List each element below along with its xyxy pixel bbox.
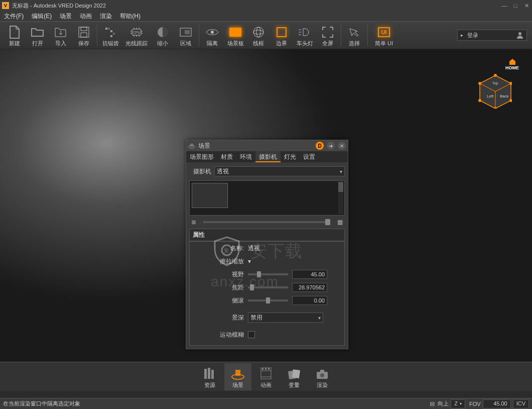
view-cube[interactable]: HOME Left Back Top — [474, 58, 519, 109]
svg-rect-34 — [208, 368, 210, 379]
tool-raytrace[interactable]: CPU 光线跟踪 — [122, 22, 151, 49]
login-box[interactable]: ▸ 登录 — [457, 30, 527, 41]
menu-help[interactable]: 帮助(H) — [116, 11, 145, 21]
status-fov-value[interactable]: 45.00 — [483, 399, 511, 408]
svg-rect-43 — [268, 368, 270, 370]
tool-select-label: 选择 — [349, 40, 360, 47]
tab-camera[interactable]: 摄影机 — [255, 151, 281, 162]
btab-scene[interactable]: 场景 — [224, 363, 251, 390]
panel-popout-icon[interactable]: ➜ — [327, 142, 335, 150]
menu-animation[interactable]: 动画 — [76, 11, 96, 21]
focal-slider[interactable] — [248, 286, 288, 288]
name-value: 透视 — [248, 244, 260, 253]
tool-select[interactable]: 选择 — [343, 22, 366, 49]
maximize-icon[interactable]: □ — [510, 1, 521, 10]
tool-fullscreen-label: 全屏 — [322, 40, 333, 47]
viewcube-cube-icon[interactable]: Left Back Top — [476, 72, 512, 109]
tool-fullscreen[interactable]: 全屏 — [316, 22, 339, 49]
roll-slider[interactable] — [248, 299, 288, 301]
scene-panel: 场景 D ➜ ✕ 场景图形 材质 环境 摄影机 灯光 设置 摄影机 透视 ≣ — [186, 140, 348, 349]
tool-region[interactable]: 区域 — [174, 22, 197, 49]
svg-rect-33 — [204, 369, 207, 379]
viewcube-home[interactable]: HOME — [505, 58, 519, 70]
main-toolbar: 新建 打开 导入 保存 抗锯齿 CPU 光线跟踪 缩小 区域 隔离 场景板 线框 — [0, 21, 532, 49]
menu-file[interactable]: 文件(F) — [0, 11, 28, 21]
bottom-tab-bar: 资源 场景 动画 变量 渲染 — [0, 362, 532, 391]
tab-light[interactable]: 灯光 — [281, 151, 300, 162]
status-fov-label: FOV — [469, 401, 481, 407]
camera-select[interactable]: 透视 — [214, 166, 345, 176]
thumb-size-slider[interactable] — [203, 221, 330, 223]
menu-edit[interactable]: 编辑(E) — [28, 11, 56, 21]
btab-variants-label: 变量 — [289, 381, 300, 389]
tab-material[interactable]: 材质 — [217, 151, 236, 162]
tool-shrink[interactable]: 缩小 — [151, 22, 174, 49]
status-up-label: 向上 — [438, 400, 449, 407]
focal-label: 焦距 — [194, 283, 244, 292]
motion-blur-checkbox[interactable] — [248, 331, 255, 338]
name-label: 名称: — [194, 244, 244, 253]
roll-input[interactable]: 0.00 — [292, 296, 327, 305]
svg-text:Back: Back — [500, 94, 509, 98]
close-icon[interactable]: ✕ — [521, 1, 532, 10]
tool-boundary[interactable]: 边界 — [270, 22, 293, 49]
tool-save[interactable]: 保存 — [72, 22, 95, 49]
camera-thumb[interactable] — [192, 183, 228, 208]
tool-isolate[interactable]: 隔离 — [201, 22, 224, 49]
btab-variants[interactable]: 变量 — [281, 363, 308, 390]
tool-new[interactable]: 新建 — [3, 22, 26, 49]
list-view-icon[interactable]: ≣ — [191, 219, 196, 226]
roll-label: 侧滚 — [194, 296, 244, 305]
btab-assets[interactable]: 资源 — [196, 363, 223, 390]
svg-point-28 — [478, 99, 481, 102]
dof-select[interactable]: 禁用 — [248, 313, 323, 323]
tool-wireframe[interactable]: 线框 — [247, 22, 270, 49]
tool-import[interactable]: 导入 — [49, 22, 72, 49]
btab-render-label: 渲染 — [317, 381, 328, 389]
status-up-axis[interactable]: Z ▾ — [451, 399, 465, 408]
scene-icon — [231, 368, 245, 380]
svg-rect-0 — [79, 27, 89, 37]
svg-rect-45 — [292, 369, 300, 378]
tool-import-label: 导入 — [55, 40, 66, 47]
fov-slider[interactable] — [248, 273, 288, 275]
app-icon: V — [2, 2, 9, 9]
tool-backplate[interactable]: 场景板 — [224, 22, 247, 49]
svg-point-13 — [211, 31, 214, 34]
viewport[interactable]: HOME Left Back Top 安 安下载 anxz.com 场景 D ➜ — [0, 49, 532, 362]
btab-animation[interactable]: 动画 — [252, 363, 280, 390]
fov-label: 视野 — [194, 270, 244, 279]
tool-antialias[interactable]: 抗锯齿 — [99, 22, 122, 49]
panel-dock-icon[interactable]: D — [316, 142, 324, 150]
tool-simple-ui[interactable]: UI 简单 UI — [369, 22, 398, 49]
tool-open[interactable]: 打开 — [26, 22, 49, 49]
svg-rect-4 — [108, 28, 110, 30]
panel-title: 场景 — [198, 142, 313, 150]
svg-point-15 — [253, 30, 263, 34]
tool-simple-ui-label: 简单 UI — [375, 40, 393, 47]
svg-rect-1 — [81, 27, 87, 31]
tab-scenegraph[interactable]: 场景图形 — [186, 151, 217, 162]
panel-icon — [188, 143, 195, 149]
tab-environment[interactable]: 环境 — [236, 151, 255, 162]
svg-rect-42 — [265, 368, 267, 370]
cpu-icon: CPU — [129, 26, 144, 38]
thumb-scrollbar[interactable] — [338, 182, 343, 214]
status-grid-icon[interactable]: ▤ — [430, 400, 435, 407]
tab-settings[interactable]: 设置 — [300, 151, 319, 162]
status-icv[interactable]: ICV — [513, 399, 529, 408]
panel-close-icon[interactable]: ✕ — [338, 142, 346, 150]
btab-render[interactable]: 渲染 — [309, 363, 336, 390]
menu-scene[interactable]: 场景 — [56, 11, 76, 21]
section-properties: 属性 — [189, 229, 345, 241]
tool-wireframe-label: 线框 — [253, 40, 264, 47]
minimize-icon[interactable]: — — [499, 1, 510, 10]
menu-render[interactable]: 渲染 — [96, 11, 116, 21]
tool-headlight[interactable]: 车头灯 — [293, 22, 316, 49]
grid-view-icon[interactable]: ▦ — [337, 219, 343, 226]
svg-rect-37 — [235, 370, 240, 376]
status-bar: 在当前渲染窗口中隔离选定对象 ▤ 向上 Z ▾ FOV 45.00 ICV — [0, 398, 532, 409]
focal-input[interactable]: 28.970562 — [292, 283, 327, 292]
fov-input[interactable]: 45.00 — [292, 270, 327, 279]
login-label: 登录 — [467, 32, 478, 39]
